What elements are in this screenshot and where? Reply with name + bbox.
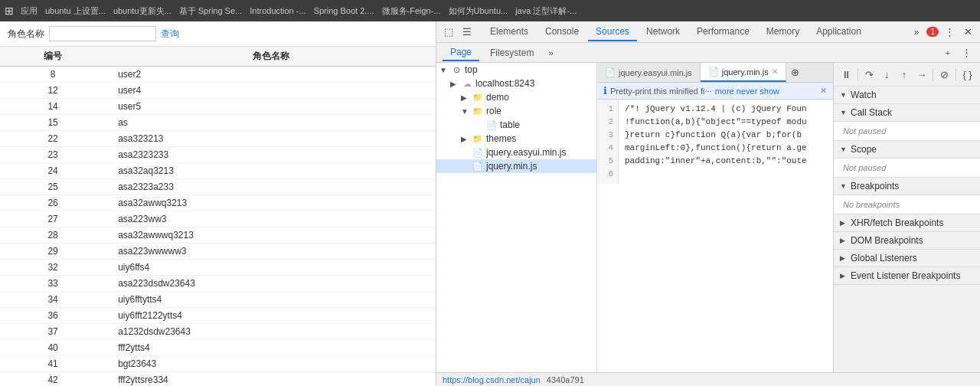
tree-arrow-themes: ▶ — [461, 135, 472, 143]
taskbar-app-1[interactable]: ubuntu 上设置... — [42, 5, 106, 17]
table-row[interactable]: 8user2 — [0, 67, 436, 83]
taskbar-app-6[interactable]: 微服务-Feign-... — [379, 5, 441, 17]
apps-icon[interactable]: ⊞ — [5, 5, 14, 17]
section-scope[interactable]: ▼ Scope — [834, 141, 980, 159]
section-label-breakpoints: Breakpoints — [851, 181, 899, 191]
tab-memory[interactable]: Memory — [759, 23, 807, 41]
file-tab-easyui[interactable]: 📄 jquery.easyui.min.js — [597, 63, 701, 82]
tree-label-localhost: localhost:8243 — [475, 78, 534, 89]
table-row[interactable]: 41bgt23643 — [0, 356, 436, 372]
table-row[interactable]: 33asa223dsdw23643 — [0, 276, 436, 292]
tab-elements[interactable]: Elements — [482, 23, 536, 41]
settings-icon[interactable]: ⋮ — [942, 25, 957, 40]
search-label: 角色名称 — [8, 28, 44, 41]
table-row[interactable]: 32uiy6ffs4 — [0, 260, 436, 276]
section-arrow-scope: ▼ — [840, 146, 851, 153]
add-folder-icon[interactable]: + — [940, 45, 956, 61]
tab-performance[interactable]: Performance — [689, 23, 757, 41]
info-bar-more-link[interactable]: more never show — [715, 87, 779, 96]
table-row[interactable]: 34uiy6fftytts4 — [0, 292, 436, 308]
taskbar-app-5[interactable]: Spring Boot 2.... — [311, 6, 374, 15]
table-row[interactable]: 36uiy6fft2122ytts4 — [0, 308, 436, 324]
section-breakpoints[interactable]: ▼ Breakpoints — [834, 178, 980, 195]
step-over-button[interactable]: ↷ — [861, 66, 877, 83]
subtab-more[interactable]: » — [544, 46, 557, 60]
section-label-callstack: Call Stack — [851, 107, 892, 118]
tree-top[interactable]: ▼ ⊙ top — [436, 63, 596, 77]
cell-id: 41 — [0, 356, 106, 372]
table-row[interactable]: 40fff2ytts4 — [0, 340, 436, 356]
taskbar-app-0[interactable]: 应用 — [18, 5, 38, 17]
tab-console[interactable]: Console — [537, 23, 586, 41]
taskbar-app-8[interactable]: java 泛型详解-... — [512, 5, 577, 17]
inspect-icon[interactable]: ⬚ — [441, 25, 456, 40]
file-tab-label-easyui: jquery.easyui.min.js — [619, 68, 692, 77]
info-bar-close[interactable]: ✕ — [820, 86, 827, 96]
table-row[interactable]: 27asa223ww3 — [0, 211, 436, 227]
file-tab-jquery[interactable]: 📄 jquery.min.js ✕ — [701, 63, 786, 82]
table-row[interactable]: 12user4 — [0, 83, 436, 99]
tree-easyui[interactable]: 📄 jquery.easyui.min.js — [436, 146, 596, 159]
taskbar-app-2[interactable]: ubuntu更新失... — [110, 5, 172, 17]
taskbar-app-4[interactable]: Introduction -... — [247, 6, 305, 15]
table-row[interactable]: 42fff2yttsre334 — [0, 372, 436, 387]
tree-jquery-min[interactable]: 📄 jquery.min.js — [436, 159, 596, 173]
cell-id: 42 — [0, 372, 106, 387]
tab-network[interactable]: Network — [639, 23, 688, 41]
tree-localhost[interactable]: ▶ ☁ localhost:8243 — [436, 77, 596, 90]
taskbar-app-3[interactable]: 基于 Spring Se... — [176, 5, 243, 17]
table-row[interactable]: 28asa32awwwq3213 — [0, 227, 436, 244]
cell-id: 27 — [0, 211, 106, 227]
search-input[interactable] — [49, 26, 156, 41]
status-position: 4340a791 — [547, 375, 584, 384]
cell-name: asa32awwwq3213 — [106, 227, 436, 244]
taskbar-app-7[interactable]: 如何为Ubuntu... — [446, 5, 508, 17]
section-watch[interactable]: ▼ Watch — [834, 87, 980, 104]
more-tabs-button[interactable]: » — [910, 27, 924, 38]
secondbar-menu-icon[interactable]: ⋮ — [959, 45, 974, 61]
section-callstack[interactable]: ▼ Call Stack — [834, 104, 980, 122]
step-button[interactable]: → — [913, 66, 929, 83]
section-dom[interactable]: ▶ DOM Breakpoints — [834, 232, 980, 250]
cloud-icon: ☁ — [461, 78, 473, 89]
table-row[interactable]: 26asa32awwq3213 — [0, 195, 436, 211]
tab-application[interactable]: Application — [808, 23, 869, 41]
device-icon[interactable]: ☰ — [459, 25, 475, 40]
tree-label-jquery: jquery.min.js — [486, 161, 537, 172]
table-row[interactable]: 29asa223wwwww3 — [0, 244, 436, 260]
table-row[interactable]: 24asa32aq3213 — [0, 163, 436, 179]
file-tabs: 📄 jquery.easyui.min.js 📄 jquery.min.js ✕… — [597, 63, 833, 83]
table-row[interactable]: 14user5 — [0, 99, 436, 115]
cell-id: 36 — [0, 308, 106, 324]
tree-themes[interactable]: ▶ 📁 themes — [436, 132, 596, 146]
subtab-filesystem[interactable]: Filesystem — [482, 45, 541, 61]
tree-label-role: role — [486, 106, 501, 116]
query-button[interactable]: 查询 — [161, 28, 179, 41]
status-url: https://blog.csdn.net/cajun — [443, 375, 541, 384]
step-into-button[interactable]: ↓ — [879, 66, 895, 83]
tree-role[interactable]: ▼ 📁 role — [436, 104, 596, 118]
section-global[interactable]: ▶ Global Listeners — [834, 250, 980, 267]
close-devtools-icon[interactable]: ✕ — [960, 25, 975, 40]
deactivate-breakpoints-button[interactable]: ⊘ — [936, 66, 952, 83]
table-row[interactable]: 25asa2323a233 — [0, 179, 436, 195]
tree-table[interactable]: 📄 table — [436, 118, 596, 132]
section-label-event: Event Listener Breakpoints — [851, 270, 960, 281]
table-row[interactable]: 22asa323213 — [0, 131, 436, 147]
section-event[interactable]: ▶ Event Listener Breakpoints — [834, 267, 980, 285]
step-out-button[interactable]: ↑ — [897, 66, 913, 83]
tree-demo[interactable]: ▶ 📁 demo — [436, 90, 596, 104]
file-tab-close-jquery[interactable]: ✕ — [772, 67, 778, 76]
table-row[interactable]: 15as — [0, 115, 436, 131]
cell-id: 28 — [0, 227, 106, 244]
tab-sources[interactable]: Sources — [588, 23, 637, 41]
cell-name: uiy6fft2122ytts4 — [106, 308, 436, 324]
subtab-page[interactable]: Page — [443, 44, 479, 61]
section-xhr[interactable]: ▶ XHR/fetch Breakpoints — [834, 214, 980, 232]
file-tabs-expand-icon[interactable]: ⊕ — [788, 65, 803, 80]
table-row[interactable]: 37a1232dsdw23643 — [0, 324, 436, 340]
pause-button[interactable]: ⏸ — [838, 66, 854, 83]
pretty-print-button[interactable]: { } — [959, 66, 975, 83]
table-row[interactable]: 23asa2323233 — [0, 147, 436, 163]
tree-label-top: top — [465, 64, 478, 75]
